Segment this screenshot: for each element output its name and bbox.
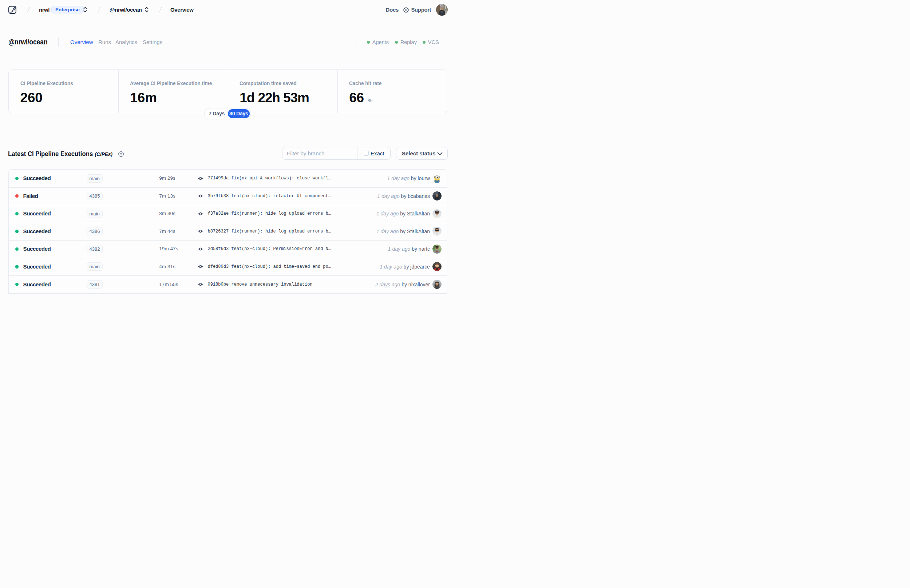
svg-text:?: ? [120, 152, 122, 156]
